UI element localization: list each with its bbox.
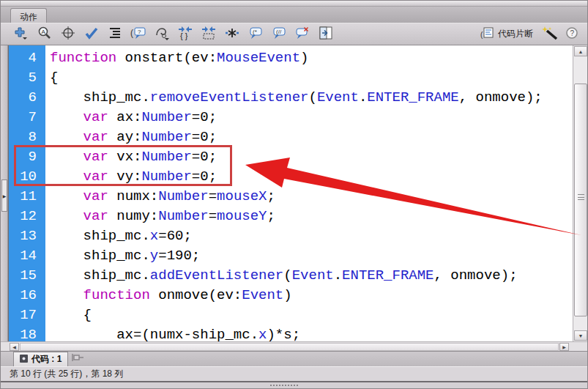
line-number: 8	[9, 127, 37, 147]
line-numbers: 456789101112131415161718	[9, 45, 45, 341]
code-line-11[interactable]: var numx:Number=mouseX;	[50, 187, 573, 207]
svg-text:{ }: { }	[180, 32, 188, 40]
check-syntax-button[interactable]	[83, 26, 100, 42]
code-line-5[interactable]: {	[50, 68, 573, 88]
code-snippets-button[interactable]: ( 代码片断	[477, 25, 536, 43]
line-number: 13	[9, 226, 37, 246]
script-tab-bar: 代码 : 1	[1, 351, 587, 366]
svg-text:?: ?	[570, 29, 574, 37]
code-line-6[interactable]: ship_mc.removeEventListener(Event.ENTER_…	[50, 88, 573, 108]
apply-block-comment-button[interactable]: (*	[247, 26, 264, 42]
script-assist-wand-icon	[542, 26, 558, 42]
collapse-selection-icon	[201, 26, 216, 42]
horizontal-scrollbar-track[interactable]	[20, 343, 559, 351]
code-line-7[interactable]: var ax:Number=0;	[50, 108, 573, 127]
find-button[interactable]: A	[36, 26, 53, 42]
vertical-scrollbar[interactable]: ▲ ▼	[573, 45, 587, 341]
code-line-14[interactable]: ship_mc.y=190;	[50, 246, 573, 266]
tab-actions[interactable]: 动作	[10, 8, 47, 23]
line-number: 4	[9, 48, 37, 68]
code-line-17[interactable]: {	[50, 305, 573, 325]
scroll-right-button[interactable]: ▶	[559, 343, 569, 351]
toolbar-left-group: A (? { } (* (//	[12, 26, 334, 42]
line-number: 14	[9, 246, 37, 266]
svg-text:(//: (//	[276, 29, 282, 35]
code-line-15[interactable]: ship_mc.addEventListener(Event.ENTER_FRA…	[50, 266, 573, 286]
pin-script-button[interactable]	[71, 352, 84, 365]
toolbox-splitter: ▶	[1, 45, 8, 341]
add-item-icon	[13, 26, 29, 42]
code-pane[interactable]: 456789101112131415161718 function onstar…	[8, 45, 573, 341]
line-number: 18	[9, 325, 37, 341]
add-item-button[interactable]	[12, 26, 29, 42]
apply-block-comment-icon: (*	[248, 26, 263, 42]
line-number: 9	[9, 147, 37, 167]
show-hide-toolbox-button[interactable]	[317, 26, 334, 42]
show-hide-toolbox-icon	[319, 26, 333, 42]
help-button[interactable]: ?	[563, 26, 580, 42]
toolbar-right-group: ( 代码片断 ?	[477, 25, 580, 43]
insert-target-path-button[interactable]	[59, 26, 76, 42]
apply-line-comment-icon: (//	[272, 26, 286, 42]
code-line-18[interactable]: ax=(numx-ship_mc.x)*s;	[50, 325, 573, 341]
line-number: 16	[9, 286, 37, 305]
scroll-down-button[interactable]: ▼	[574, 330, 587, 341]
help-icon: ?	[565, 26, 578, 42]
line-number: 5	[9, 68, 37, 88]
status-bar: 第 10 行 (共 25 行)，第 18 列	[1, 366, 587, 381]
line-number: 6	[9, 88, 37, 108]
code-line-12[interactable]: var numy:Number=mouseY;	[50, 207, 573, 226]
insert-target-path-icon	[61, 26, 75, 42]
panel-bottom-strip	[1, 381, 587, 389]
remove-comment-button[interactable]	[294, 26, 310, 42]
code-line-8[interactable]: var ay:Number=0;	[50, 127, 573, 147]
expand-all-icon	[225, 26, 239, 42]
check-syntax-icon	[84, 26, 99, 42]
scrollbar-grip	[578, 194, 584, 200]
show-code-hint-icon: (?	[130, 26, 146, 42]
script-tab-code-1[interactable]: 代码 : 1	[13, 352, 68, 366]
scroll-left-button[interactable]: ◀	[10, 343, 19, 351]
horizontal-scrollbar[interactable]: ◀ ▶	[1, 341, 587, 351]
code-line-4[interactable]: function onstart(ev:MouseEvent)	[50, 48, 573, 68]
collapse-between-braces-icon: { }	[178, 26, 193, 42]
line-number: 15	[9, 266, 37, 286]
toolbox-expander-button[interactable]: ▶	[1, 179, 7, 212]
debug-options-button[interactable]	[153, 26, 170, 42]
code-snippets-icon: (	[480, 26, 495, 42]
toolbar: A (? { } (* (// ( 代码片断 ?	[1, 23, 587, 45]
script-assist-button[interactable]	[541, 26, 558, 42]
show-code-hint-button[interactable]: (?	[130, 26, 146, 42]
svg-text:?: ?	[138, 29, 141, 35]
svg-text:A: A	[41, 29, 45, 35]
line-number: 10	[9, 167, 37, 187]
collapse-between-braces-button[interactable]: { }	[176, 26, 193, 42]
script-tab-label: 代码 : 1	[31, 353, 62, 366]
svg-text:(: (	[480, 31, 483, 39]
line-number: 11	[9, 187, 37, 207]
apply-line-comment-button[interactable]: (//	[270, 26, 287, 42]
expand-all-button[interactable]	[223, 26, 240, 42]
code-editor: ▶ 456789101112131415161718 function onst…	[1, 45, 587, 341]
code-line-10[interactable]: var vy:Number=0;	[50, 167, 573, 187]
panel-title: 动作	[20, 12, 37, 22]
find-icon: A	[37, 26, 52, 42]
line-number: 17	[9, 305, 37, 325]
resize-grip[interactable]	[270, 385, 298, 388]
panel-top-strip	[1, 1, 587, 7]
script-tab-icon	[20, 355, 28, 365]
code-line-9[interactable]: var vx:Number=0;	[50, 147, 573, 167]
code-lines[interactable]: function onstart(ev:MouseEvent){ ship_mc…	[45, 45, 573, 341]
code-line-16[interactable]: function onmove(ev:Event)	[50, 286, 573, 305]
scroll-up-button[interactable]: ▲	[574, 46, 587, 56]
auto-format-button[interactable]	[106, 26, 123, 42]
debug-options-icon	[154, 26, 170, 42]
vertical-scrollbar-thumb[interactable]	[574, 84, 587, 316]
svg-text:(: (	[130, 28, 133, 38]
panel-tab-bar: 动作	[1, 7, 587, 23]
status-text: 第 10 行 (共 25 行)，第 18 列	[10, 368, 123, 380]
collapse-selection-button[interactable]	[200, 26, 217, 42]
code-snippets-label: 代码片断	[498, 28, 533, 40]
code-line-13[interactable]: ship_mc.x=60;	[50, 226, 573, 246]
line-number: 12	[9, 207, 37, 226]
